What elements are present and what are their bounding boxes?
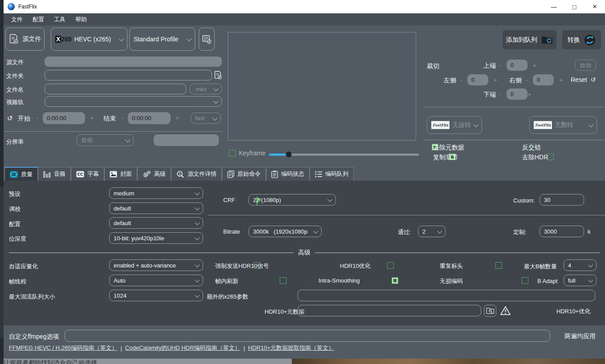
custom-crf-input[interactable] xyxy=(540,194,584,206)
tab-raw-command[interactable]: 原始命令 xyxy=(222,167,266,181)
crop-bottom-plus[interactable]: + xyxy=(527,91,531,98)
mux-queue-select[interactable]: 1024 xyxy=(109,290,203,301)
minimize-icon: — xyxy=(551,4,557,10)
max-b-select[interactable]: 4 xyxy=(564,259,597,271)
video-track-select[interactable] xyxy=(45,96,222,107)
profile-manage-button[interactable] xyxy=(199,28,215,51)
end-minus-button[interactable]: - xyxy=(122,114,124,121)
seek-speed-select[interactable]: fast xyxy=(191,113,221,124)
start-minus-button[interactable]: - xyxy=(37,114,39,121)
custom-bitrate-input[interactable] xyxy=(540,226,584,237)
filename-input[interactable] xyxy=(45,84,186,94)
crop-bottom-input[interactable] xyxy=(507,89,527,100)
tab-quality-label: 质量 xyxy=(21,170,33,178)
output-folder-input[interactable] xyxy=(45,70,212,81)
divider xyxy=(423,140,605,140)
tab-encode-status[interactable]: 编码状态 xyxy=(266,167,310,181)
crop-right-plus[interactable]: + xyxy=(559,77,563,84)
chevron-down-icon xyxy=(327,197,332,202)
desktop-edge-bottom xyxy=(0,359,4,364)
link-ffmpeg-guide[interactable]: FFMPEG HEVC / H.265编码指南（英文） xyxy=(9,344,117,352)
tab-advanced[interactable]: 高级 xyxy=(137,167,171,181)
minimize-button[interactable]: — xyxy=(544,0,564,13)
bitrate-select[interactable]: 3000k (1920x1080p xyxy=(249,226,322,237)
trim-reset-icon[interactable]: ↺ xyxy=(7,114,13,122)
hdr10-meta-input[interactable] xyxy=(298,305,481,316)
end-plus-button[interactable]: + xyxy=(176,114,179,121)
link-codecalamity-guide[interactable]: CodeCalamity的UHD HDR编码指南（英文） xyxy=(125,344,241,352)
profile-select[interactable]: Standard Profile xyxy=(129,28,195,51)
convert-button[interactable]: 转换 xyxy=(562,30,601,49)
tab-source-details[interactable]: 源文件详情 xyxy=(171,167,222,181)
copy-chapters-label: 复制章节 xyxy=(433,154,458,162)
aq-select[interactable]: enabled + auto-variance xyxy=(109,259,203,271)
start-time-input[interactable] xyxy=(43,112,85,124)
tab-audio-label: 音频 xyxy=(54,170,65,178)
chevron-down-icon xyxy=(195,220,200,225)
hdr10-optimize-checkbox[interactable] xyxy=(387,262,394,269)
crop-left-minus[interactable]: - xyxy=(460,77,462,84)
crop-right-input[interactable] xyxy=(533,74,554,85)
pass-select[interactable]: 2 xyxy=(418,226,446,237)
maximize-button[interactable]: □ xyxy=(564,0,585,13)
hdr10-meta-browse-button[interactable] xyxy=(484,305,496,317)
resolution-mode-select[interactable]: 自动 xyxy=(77,134,134,146)
menu-help[interactable]: 帮助 xyxy=(70,14,92,25)
folder-browse-button[interactable] xyxy=(214,71,223,80)
crop-label: 裁切 xyxy=(427,62,439,70)
keyframe-checkbox[interactable] xyxy=(229,150,236,157)
crop-top-input[interactable] xyxy=(507,60,527,71)
resolution-label: 分辨率 xyxy=(6,138,24,146)
tab-quality[interactable]: 质量 xyxy=(4,167,38,181)
chevron-down-icon xyxy=(213,86,218,91)
menu-settings[interactable]: 配置 xyxy=(28,14,49,25)
lossless-checkbox[interactable] xyxy=(522,277,528,284)
bit-depth-select[interactable]: 10-bit: yuv420p10le xyxy=(109,232,203,244)
help-links: FFMPEG HEVC / H.265编码指南（英文） | CodeCalami… xyxy=(9,344,334,352)
link-hdr10-extract-guide[interactable]: HDR10+元数据提取指南（英文） xyxy=(248,344,334,352)
crop-right-minus[interactable]: - xyxy=(526,77,528,84)
crop-top-minus[interactable]: - xyxy=(499,62,502,69)
screen: FastFlix — □ × 文件 配置 工具 帮助 源文件 X265 HE xyxy=(0,0,605,364)
tab-encode-queue[interactable]: 编码队列 xyxy=(310,167,354,181)
b-adapt-select[interactable]: full xyxy=(564,275,597,286)
crop-top-plus[interactable]: + xyxy=(533,62,536,69)
intra-smoothing-checkbox[interactable] xyxy=(392,277,398,284)
rotation-select[interactable]: FastFlix 无旋转 xyxy=(427,116,482,134)
crop-left-plus[interactable]: + xyxy=(494,77,497,84)
menu-tools[interactable]: 工具 xyxy=(49,14,70,25)
flip-select[interactable]: FastFlix 无翻转 xyxy=(529,116,597,134)
mux-queue-select-value: 1024 xyxy=(114,292,127,299)
end-time-input[interactable] xyxy=(128,112,171,124)
tab-audio[interactable]: 音频 xyxy=(38,167,71,181)
slider-handle[interactable] xyxy=(286,152,291,158)
tab-cover[interactable]: 封面 xyxy=(104,167,137,181)
resolution-mode-value: 自动 xyxy=(81,136,93,144)
background-window-strip: 让观视者都能找到适合自己的选择 xyxy=(4,359,292,364)
preview-slider[interactable] xyxy=(269,152,419,158)
menu-file[interactable]: 文件 xyxy=(6,14,28,25)
ffmpeg-options-input[interactable] xyxy=(65,330,550,342)
frame-threads-select[interactable]: Auto xyxy=(109,275,203,286)
crop-auto-button[interactable]: 自动 xyxy=(575,60,596,71)
close-button[interactable]: × xyxy=(585,0,605,13)
crf-select[interactable]: 22 (1080p) xyxy=(249,194,336,206)
hevc-profile-select[interactable]: default xyxy=(109,217,203,229)
frame-threads-select-value: Auto xyxy=(114,277,126,284)
crop-reset-button[interactable]: Reset ↺ xyxy=(571,76,596,83)
tabbar: 质量 音频 CC 字幕 封面 xyxy=(4,167,354,181)
tune-select[interactable]: default xyxy=(109,202,203,214)
extra-params-input[interactable] xyxy=(298,290,595,301)
extension-select[interactable]: .mkv xyxy=(190,84,222,94)
hevc-profile-select-value: default xyxy=(114,220,131,226)
crop-left-input[interactable] xyxy=(467,74,488,85)
source-file-button[interactable]: 源文件 xyxy=(5,28,45,51)
codec-select[interactable]: X265 HEVC (x265) xyxy=(51,28,127,51)
preset-select[interactable]: medium xyxy=(109,187,203,199)
start-plus-button[interactable]: + xyxy=(90,114,94,121)
repeat-headers-checkbox[interactable] xyxy=(495,262,502,269)
add-to-queue-button[interactable]: 添加到队列 xyxy=(503,30,556,49)
intra-refresh-checkbox[interactable] xyxy=(280,277,286,284)
crop-bottom-minus[interactable]: - xyxy=(499,91,502,98)
tab-subtitles[interactable]: CC 字幕 xyxy=(71,167,104,181)
